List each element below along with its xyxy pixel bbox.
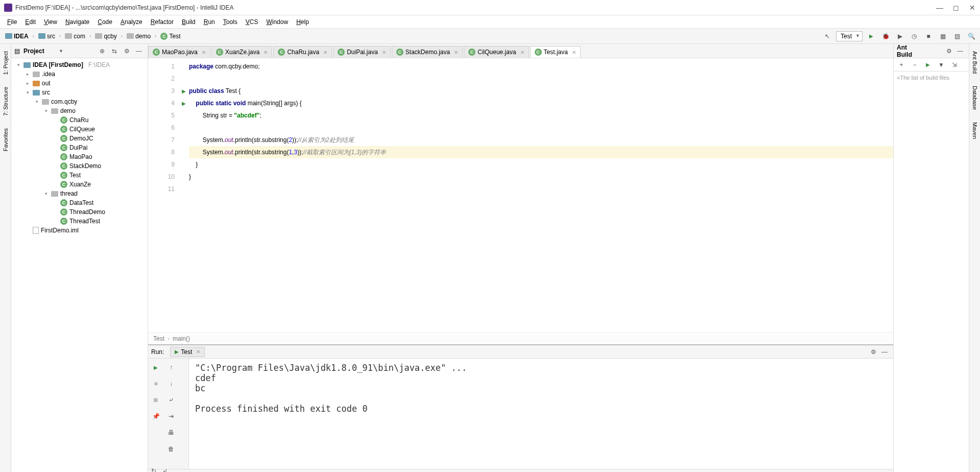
close-button[interactable]: ✕ [969,4,976,11]
tab-StackDemo[interactable]: CStackDemo.java✕ [392,46,463,58]
close-icon[interactable]: ✕ [520,50,524,55]
tree-toggle[interactable]: ▾ [43,191,49,196]
locate-icon[interactable]: ⊕ [97,45,108,57]
scroll-to-end-button[interactable]: ⇥ [165,411,177,422]
wrap-corner-icon[interactable]: ⤶ [159,465,171,473]
tree-item-ChaRu[interactable]: CChaRu [11,115,148,125]
tree-toggle[interactable]: ▾ [34,99,40,104]
menu-vcs[interactable]: VCS [243,17,261,27]
crumb-method[interactable]: main() [173,335,190,342]
menu-build[interactable]: Build [179,17,199,27]
exit-button[interactable]: ⏹ [150,394,161,406]
settings-icon[interactable]: ⚙ [121,45,132,57]
run-marker-gutter[interactable]: ▶▶ [179,58,189,332]
righttab-Maven[interactable]: Maven [971,119,979,142]
back-arrow-icon[interactable]: ↖ [822,31,833,42]
project-scope-dropdown[interactable]: ▼ [59,49,63,54]
tree-item-thread[interactable]: ▾thread [11,189,148,198]
menu-file[interactable]: File [4,17,20,27]
tab-MaoPao[interactable]: CMaoPao.java✕ [148,46,210,58]
scroll-down-button[interactable]: ↓ [165,378,177,389]
breadcrumb-idea[interactable]: IDEA [3,32,31,41]
menu-tools[interactable]: Tools [220,17,241,27]
rerun-corner-icon[interactable]: ↻ [148,465,159,473]
tree-item-src[interactable]: ▾src [11,88,148,97]
tree-item-demo[interactable]: ▾demo [11,106,148,115]
code-editor[interactable]: 1234567891011 ▶▶ package com.qcby.demo;p… [148,58,893,332]
tree-item-DuiPai[interactable]: CDuiPai [11,143,148,152]
run-gutter-icon[interactable]: ▶ [182,88,186,94]
breadcrumb-demo[interactable]: demo [125,32,153,41]
rerun-button[interactable]: ▶ [150,362,161,373]
soft-wrap-button[interactable]: ⤶ [165,394,177,406]
pin-button[interactable]: 📌 [150,411,161,422]
tree-toggle[interactable]: ▾ [15,62,21,67]
tree-item-ThreadDemo[interactable]: CThreadDemo [11,207,148,217]
tree-item-XuanZe[interactable]: CXuanZe [11,180,148,189]
menu-refactor[interactable]: Refactor [148,17,177,27]
close-icon[interactable]: ✕ [323,50,327,55]
stop-run-button[interactable]: ■ [150,378,161,389]
search-everywhere-button[interactable]: 🔍 [966,31,977,42]
run-settings-icon[interactable]: ⚙ [868,346,879,358]
ant-filter-button[interactable]: ▼ [936,59,947,70]
project-tree[interactable]: ▾IDEA [FirstDemo]F:\IDEA▸.idea▸out▾src▾c… [11,58,148,472]
tree-toggle[interactable]: ▾ [25,90,31,95]
menu-window[interactable]: Window [263,17,291,27]
lefttab-Favorites[interactable]: Favorites [2,125,10,154]
close-icon[interactable]: ✕ [196,349,200,355]
collapse-all-icon[interactable]: ⇆ [109,45,120,57]
ant-hide-icon[interactable]: — [954,45,966,57]
run-hide-icon[interactable]: — [879,346,890,358]
crumb-class[interactable]: Test [153,335,164,342]
run-tab[interactable]: ▶ Test ✕ [170,347,205,357]
tree-item-StackDemo[interactable]: CStackDemo [11,161,148,171]
menu-code[interactable]: Code [94,17,115,27]
ant-settings-icon[interactable]: ⚙ [943,45,954,57]
clear-button[interactable]: 🗑 [165,443,177,455]
scroll-up-button[interactable]: ↑ [165,362,177,373]
tab-XuanZe[interactable]: CXuanZe.java✕ [211,46,272,58]
run-coverage-button[interactable]: ▶ [894,31,905,42]
code-area[interactable]: package com.qcby.demo;public class Test … [189,58,893,332]
code-breadcrumb[interactable]: Test › main() [148,332,893,344]
breadcrumb-test[interactable]: CTest [158,32,182,41]
run-config-select[interactable]: Test ▼ [836,31,863,41]
breadcrumb-src[interactable]: src [36,32,57,41]
close-icon[interactable]: ✕ [572,50,576,55]
lefttab-Structure[interactable]: 7: Structure [2,84,10,119]
tree-item-IDEAFirstDemo[interactable]: ▾IDEA [FirstDemo]F:\IDEA [11,60,148,69]
debug-button[interactable]: 🐞 [880,31,891,42]
tab-ChaRu[interactable]: CChaRu.java✕ [273,46,332,58]
tree-item-idea[interactable]: ▸.idea [11,69,148,79]
close-icon[interactable]: ✕ [382,50,386,55]
tree-item-DemoJC[interactable]: CDemoJC [11,134,148,143]
tree-toggle[interactable]: ▸ [25,72,31,77]
ant-remove-button[interactable]: − [909,59,920,70]
tree-item-CilQueue[interactable]: CCilQueue [11,125,148,134]
lefttab-Project[interactable]: 1: Project [2,48,10,78]
tree-item-ThreadTest[interactable]: CThreadTest [11,217,148,226]
print-button[interactable]: 🖶 [165,427,177,438]
stop-button[interactable]: ■ [923,31,934,42]
breadcrumb-qcby[interactable]: qcby [93,32,118,41]
tree-item-DataTest[interactable]: CDataTest [11,198,148,207]
close-icon[interactable]: ✕ [264,50,268,55]
menu-analyze[interactable]: Analyze [117,17,146,27]
tree-item-out[interactable]: ▸out [11,79,148,88]
ant-expand-button[interactable]: ⇲ [949,59,960,70]
tab-CilQueue[interactable]: CCilQueue.java✕ [464,46,529,58]
menu-edit[interactable]: Edit [22,17,39,27]
tree-toggle[interactable]: ▾ [43,108,49,113]
tree-item-MaoPao[interactable]: CMaoPao [11,152,148,161]
menu-run[interactable]: Run [201,17,218,27]
console-output[interactable]: "C:\Program Files\Java\jdk1.8.0_91\bin\j… [189,359,893,469]
righttab-AntBuild[interactable]: Ant Build [971,48,979,77]
tab-Test[interactable]: CTest.java✕ [530,46,581,58]
menu-help[interactable]: Help [293,17,312,27]
hide-panel-icon[interactable]: — [133,45,145,57]
run-gutter-icon[interactable]: ▶ [182,101,186,106]
tree-item-Test[interactable]: CTest [11,171,148,180]
ant-run-button[interactable]: ▶ [922,59,934,70]
menu-view[interactable]: View [41,17,60,27]
